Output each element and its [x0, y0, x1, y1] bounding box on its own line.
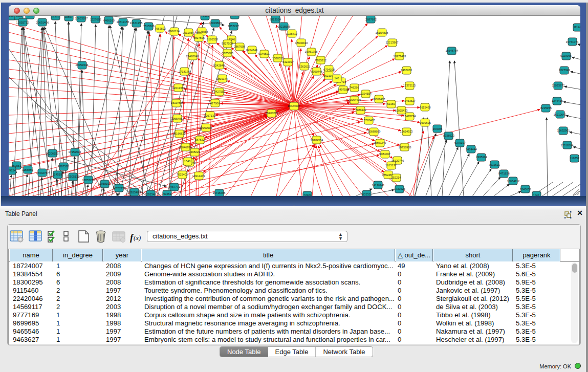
svg-text:2687682: 2687682 — [365, 18, 377, 21]
svg-text:39154: 39154 — [9, 169, 16, 172]
svg-text:1024554: 1024554 — [360, 92, 372, 95]
svg-text:7857227: 7857227 — [228, 25, 239, 28]
svg-text:75155: 75155 — [201, 16, 209, 17]
svg-text:1527602: 1527602 — [90, 18, 101, 21]
svg-text:1588520: 1588520 — [272, 57, 284, 60]
svg-text:9474444: 9474444 — [466, 148, 477, 151]
svg-text:6794028: 6794028 — [323, 68, 335, 71]
svg-text:12213967: 12213967 — [386, 41, 399, 44]
svg-text:13226058: 13226058 — [195, 30, 208, 33]
svg-text:10973493: 10973493 — [394, 55, 406, 58]
svg-text:2935114: 2935114 — [476, 156, 487, 159]
svg-text:19654952: 19654952 — [171, 117, 184, 120]
svg-text:1615132: 1615132 — [385, 164, 397, 167]
svg-text:93451: 93451 — [163, 192, 171, 195]
svg-text:8960124: 8960124 — [168, 30, 180, 33]
svg-text:19756928: 19756928 — [399, 146, 411, 149]
svg-text:9227343: 9227343 — [559, 69, 570, 72]
svg-text:17016504: 17016504 — [561, 144, 574, 147]
svg-text:20897: 20897 — [64, 16, 73, 18]
svg-text:3267130: 3267130 — [204, 114, 215, 117]
svg-text:16648784: 16648784 — [446, 49, 459, 52]
svg-text:16671355: 16671355 — [130, 21, 143, 25]
svg-text:10807487: 10807487 — [373, 98, 385, 101]
svg-text:60235: 60235 — [362, 193, 371, 196]
svg-text:9245652: 9245652 — [520, 188, 531, 191]
svg-text:116753: 116753 — [570, 157, 579, 160]
svg-text:9115460: 9115460 — [420, 106, 430, 109]
svg-text:19218506: 19218506 — [278, 25, 291, 28]
svg-text:19654923: 19654923 — [400, 130, 413, 133]
svg-text:18724007: 18724007 — [288, 104, 300, 107]
svg-text:1362615: 1362615 — [299, 65, 310, 68]
svg-text:12923488: 12923488 — [128, 191, 141, 194]
svg-text:8938923: 8938923 — [443, 134, 454, 137]
svg-text:164095: 164095 — [433, 127, 443, 130]
svg-text:10653287: 10653287 — [75, 17, 88, 20]
svg-text:1325419: 1325419 — [286, 32, 297, 35]
svg-text:20053346: 20053346 — [76, 63, 89, 67]
svg-text:1463627: 1463627 — [404, 99, 416, 102]
svg-text:8186328: 8186328 — [207, 38, 218, 41]
svg-text:16961758: 16961758 — [305, 50, 318, 53]
svg-text:9457771: 9457771 — [169, 185, 180, 188]
svg-text:746266: 746266 — [350, 86, 359, 89]
svg-text:1733426: 1733426 — [394, 187, 405, 190]
svg-text:14914479: 14914479 — [192, 174, 205, 178]
svg-text:8454749: 8454749 — [246, 49, 257, 52]
svg-text:21335: 21335 — [51, 16, 59, 18]
svg-text:18640910: 18640910 — [295, 41, 308, 45]
svg-text:9699695: 9699695 — [420, 121, 431, 124]
svg-text:114519: 114519 — [53, 173, 62, 176]
svg-text:15716485: 15716485 — [213, 191, 226, 194]
svg-text:16210643: 16210643 — [554, 113, 567, 116]
svg-text:16033809: 16033809 — [209, 21, 222, 25]
svg-text:3498222: 3498222 — [189, 150, 200, 154]
svg-text:16782759: 16782759 — [113, 187, 126, 190]
svg-text:2867608: 2867608 — [234, 45, 245, 48]
svg-text:19166822: 19166822 — [173, 132, 186, 135]
svg-text:7485063: 7485063 — [401, 69, 412, 72]
svg-text:16154808: 16154808 — [376, 31, 388, 34]
svg-text:1261: 1261 — [533, 194, 539, 196]
svg-text:6497568: 6497568 — [338, 88, 349, 91]
svg-text:417006: 417006 — [210, 102, 220, 105]
svg-text:1156859: 1156859 — [22, 168, 33, 171]
svg-text:9397585: 9397585 — [58, 165, 69, 168]
svg-text:205: 205 — [9, 16, 13, 17]
svg-text:11124: 11124 — [574, 26, 580, 29]
svg-text:9242848: 9242848 — [213, 64, 225, 67]
svg-text:62160: 62160 — [387, 102, 395, 105]
svg-text:17359934: 17359934 — [69, 150, 81, 154]
svg-text:9827505: 9827505 — [193, 36, 205, 39]
svg-text:7625402: 7625402 — [177, 173, 188, 176]
svg-text:10958107: 10958107 — [98, 182, 111, 185]
svg-text:7632621: 7632621 — [489, 163, 500, 166]
svg-text:17857255: 17857255 — [82, 179, 95, 182]
svg-text:252214: 252214 — [391, 176, 401, 179]
svg-text:(x): (x) — [134, 234, 141, 242]
svg-text:10654112: 10654112 — [507, 180, 519, 183]
svg-text:1244415: 1244415 — [552, 99, 563, 102]
svg-text:7515526: 7515526 — [143, 25, 155, 28]
svg-text:12353594: 12353594 — [200, 126, 212, 129]
svg-text:20364436: 20364436 — [349, 98, 361, 101]
svg-text:12055712: 12055712 — [16, 21, 29, 24]
svg-text:6466160: 6466160 — [103, 19, 115, 22]
svg-text:15751074: 15751074 — [566, 40, 579, 43]
svg-text:1540: 1540 — [184, 160, 190, 163]
svg-text:3912954: 3912954 — [183, 31, 194, 34]
svg-text:8215955: 8215955 — [540, 106, 552, 110]
svg-text:14136141: 14136141 — [372, 184, 385, 187]
svg-text:20691406: 20691406 — [36, 21, 49, 24]
svg-text:2718176: 2718176 — [179, 70, 190, 73]
svg-text:1610755: 1610755 — [171, 101, 182, 104]
svg-text:5875685: 5875685 — [222, 52, 233, 55]
svg-text:9084067: 9084067 — [379, 152, 390, 156]
svg-text:105532: 105532 — [230, 16, 240, 17]
svg-text:6379197: 6379197 — [454, 141, 466, 144]
svg-text:10025433: 10025433 — [395, 109, 408, 112]
svg-text:12213369: 12213369 — [172, 86, 185, 90]
svg-text:7955812: 7955812 — [315, 59, 326, 62]
svg-text:16046788: 16046788 — [179, 146, 192, 149]
